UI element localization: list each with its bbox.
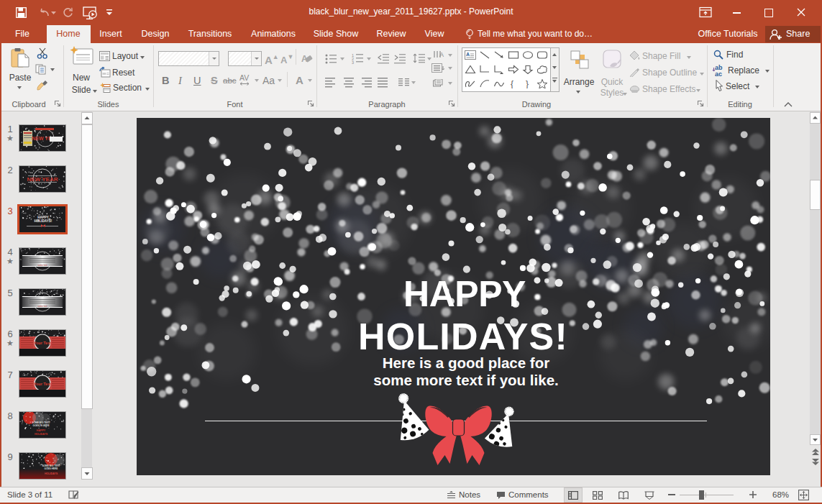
svg-text:some text: some text (37, 305, 47, 308)
svg-text:HOLIDAYS: HOLIDAYS (45, 472, 58, 475)
svg-text:HOLIDAYS: HOLIDAYS (35, 433, 48, 436)
svg-text:AV: AV (239, 74, 249, 82)
svg-text:GOES IN HERE: GOES IN HERE (32, 424, 49, 427)
svg-text:HAPPY: HAPPY (37, 429, 46, 432)
svg-text:GOES HERE: GOES HERE (45, 467, 58, 470)
svg-text:HOLIDAYS!: HOLIDAYS! (35, 219, 52, 223)
svg-text:some text: some text (37, 264, 47, 267)
svg-text:ac: ac (715, 70, 722, 77)
svg-text:{: { (511, 79, 513, 88)
svg-text:NEW YEAR: NEW YEAR (27, 176, 58, 183)
svg-text:A: A (439, 51, 444, 58)
svg-text:}: } (526, 79, 529, 88)
svg-text:Your Text: Your Text (34, 382, 52, 386)
svg-text:A: A (466, 52, 470, 57)
svg-text:Your Text: Your Text (34, 341, 52, 345)
svg-text:3: 3 (352, 60, 354, 65)
